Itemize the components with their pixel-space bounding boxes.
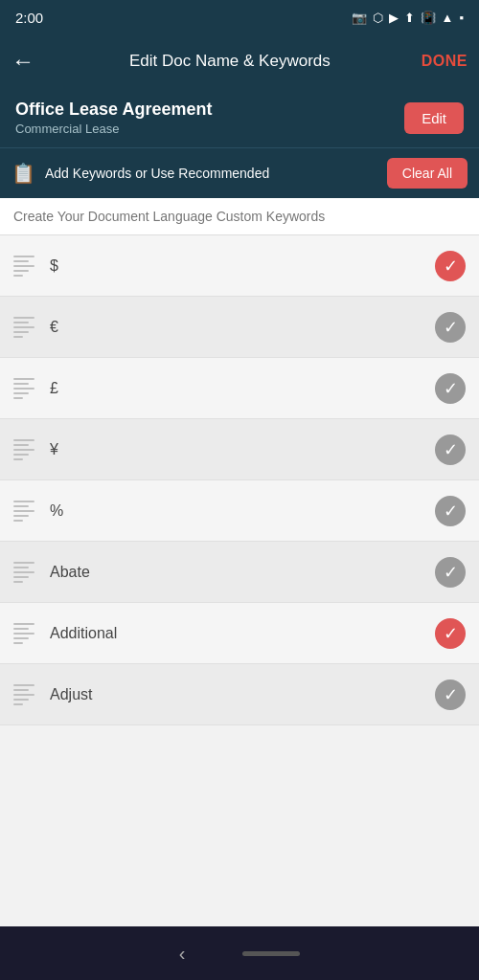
bottom-pill[interactable] [242,951,300,956]
keyword-item[interactable]: £ ✓ [0,358,479,419]
doc-header: Office Lease Agreement Commercial Lease … [0,88,479,147]
drag-handle-icon [13,562,34,583]
vibrate-icon: 📳 [421,11,436,25]
status-bar: 2:00 📷 ⬡ ▶ ⬆ 📳 ▲ ▪ [0,0,479,34]
upload-icon: ⬆ [404,11,415,25]
keywords-label: Add Keywords or Use Recommended [45,166,377,181]
keyword-check[interactable]: ✓ [435,496,466,526]
keyword-check[interactable]: ✓ [435,679,466,710]
keywords-header: 📋 Add Keywords or Use Recommended Clear … [0,147,479,198]
nav-title: Edit Doc Name & Keywords [46,52,414,71]
search-container [0,198,479,235]
keyword-item[interactable]: Additional ✓ [0,603,479,664]
doc-subtitle: Commercial Lease [15,122,404,136]
keyword-item[interactable]: Adjust ✓ [0,664,479,725]
keyword-item[interactable]: Abate ✓ [0,542,479,603]
keyword-check[interactable]: ✓ [435,557,466,588]
keyword-text: Additional [50,625,423,642]
camera-icon: 📷 [352,11,367,25]
triangle-icon: ⬡ [373,11,383,25]
keyword-check[interactable]: ✓ [435,251,466,281]
clear-all-button[interactable]: Clear All [387,158,468,189]
keyword-item[interactable]: $ ✓ [0,235,479,297]
keywords-list: $ ✓ € ✓ £ ✓ [0,235,479,926]
keyword-item[interactable]: % ✓ [0,480,479,542]
keyword-item[interactable]: € ✓ [0,297,479,358]
wifi-icon: ▲ [442,11,454,25]
drag-handle-icon [13,439,34,460]
status-icons: 📷 ⬡ ▶ ⬆ 📳 ▲ ▪ [352,11,464,25]
drag-handle-icon [13,501,34,522]
drag-handle-icon [13,317,34,338]
keyword-check[interactable]: ✓ [435,373,466,404]
drag-handle-icon [13,623,34,644]
drag-handle-icon [13,256,34,277]
search-input[interactable] [13,209,466,224]
keyword-item[interactable]: ¥ ✓ [0,419,479,480]
edit-button[interactable]: Edit [404,102,464,134]
doc-title: Office Lease Agreement [15,100,404,120]
drag-handle-icon [13,684,34,705]
keywords-doc-icon: 📋 [11,162,35,185]
nav-bar: ← Edit Doc Name & Keywords DONE [0,34,479,88]
keyword-check[interactable]: ✓ [435,312,466,343]
keyword-text: Adjust [50,686,423,703]
bottom-nav: ‹ [0,926,479,980]
keyword-text: % [50,502,423,520]
battery-icon: ▪ [459,11,464,25]
keyword-text: ¥ [50,441,423,458]
status-time: 2:00 [15,10,43,26]
keyword-check[interactable]: ✓ [435,434,466,465]
back-button[interactable]: ← [11,48,34,75]
keyword-text: £ [50,380,423,397]
keyword-text: € [50,319,423,336]
bottom-back-icon[interactable]: ‹ [179,943,186,965]
done-button[interactable]: DONE [422,53,468,70]
keyword-check[interactable]: ✓ [435,618,466,649]
keyword-text: $ [50,257,423,275]
youtube-icon: ▶ [389,11,399,25]
doc-info: Office Lease Agreement Commercial Lease [15,100,404,136]
keyword-text: Abate [50,564,423,581]
drag-handle-icon [13,378,34,399]
